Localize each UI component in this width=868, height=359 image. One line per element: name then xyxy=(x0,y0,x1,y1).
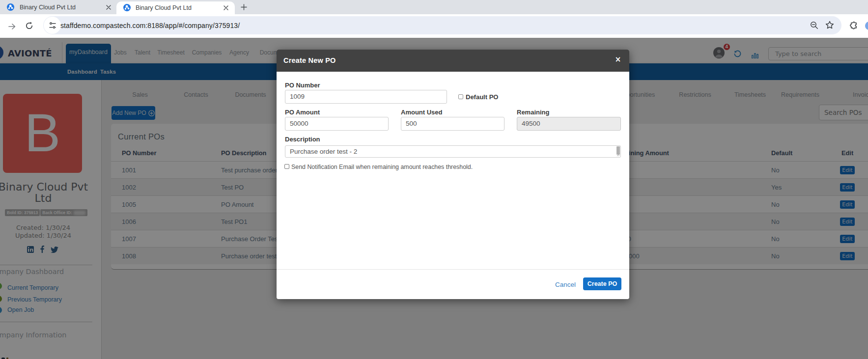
new-tab-button[interactable] xyxy=(239,2,249,12)
notify-checkbox[interactable] xyxy=(284,164,289,169)
browser-tab-inactive[interactable]: Binary Cloud Pvt Ltd xyxy=(4,0,114,14)
notify-label: Send Notification Email when remaining a… xyxy=(291,164,473,170)
description-textarea[interactable]: Purchase order test - 2 xyxy=(285,145,621,158)
browser-tab-strip: Binary Cloud Pvt Ltd Binary Cloud Pvt Lt… xyxy=(0,0,868,14)
default-po-label: Default PO xyxy=(466,93,498,101)
cancel-button[interactable]: Cancel xyxy=(555,281,576,288)
tab-title: Binary Cloud Pvt Ltd xyxy=(136,4,222,11)
url-text[interactable]: staffdemo.compastech.com:8188/app/#/comp… xyxy=(60,22,240,29)
po-number-label: PO Number xyxy=(285,82,320,89)
browser-tab-active[interactable]: Binary Cloud Pvt Ltd xyxy=(116,1,235,14)
reload-icon[interactable] xyxy=(25,22,33,32)
tab-close-icon[interactable] xyxy=(104,3,112,11)
amount-used-input[interactable]: 500 xyxy=(401,117,504,131)
description-label: Description xyxy=(285,136,320,143)
remaining-label: Remaining xyxy=(517,109,549,116)
modal-close-icon[interactable]: × xyxy=(613,55,623,64)
remaining-input-disabled: 49500 xyxy=(517,117,621,131)
po-amount-input[interactable]: 50000 xyxy=(285,117,389,131)
profile-avatar-icon[interactable] xyxy=(865,22,868,32)
tab-close-icon[interactable] xyxy=(222,4,230,12)
default-po-checkbox[interactable] xyxy=(458,94,463,99)
site-favicon xyxy=(123,4,131,12)
resize-handle-icon[interactable] xyxy=(616,153,620,157)
modal-title: Create New PO xyxy=(283,56,336,64)
po-number-input[interactable]: 1009 xyxy=(285,90,447,104)
tab-title: Binary Cloud Pvt Ltd xyxy=(20,4,104,11)
site-favicon xyxy=(7,3,15,11)
modal-footer: Cancel Create PO xyxy=(277,269,629,299)
extensions-puzzle-icon[interactable] xyxy=(850,22,858,32)
address-bar[interactable]: staffdemo.compastech.com:8188/app/#/comp… xyxy=(43,16,841,34)
create-new-po-modal: Create New PO × PO Number 1009 Default P… xyxy=(277,50,629,299)
site-settings-icon[interactable] xyxy=(44,17,61,34)
amount-used-label: Amount Used xyxy=(401,109,443,116)
zoom-out-icon[interactable] xyxy=(810,21,818,31)
web-page: AVIONTÉ myDashboard Jobs Talent Timeshee… xyxy=(0,38,868,359)
bookmark-star-icon[interactable] xyxy=(825,21,834,31)
forward-icon[interactable] xyxy=(8,23,16,32)
browser-toolbar: staffdemo.compastech.com:8188/app/#/comp… xyxy=(0,14,868,38)
modal-header: Create New PO × xyxy=(277,50,629,72)
po-amount-label: PO Amount xyxy=(285,109,320,116)
create-po-button[interactable]: Create PO xyxy=(583,277,621,290)
description-value: Purchase order test - 2 xyxy=(290,148,357,155)
